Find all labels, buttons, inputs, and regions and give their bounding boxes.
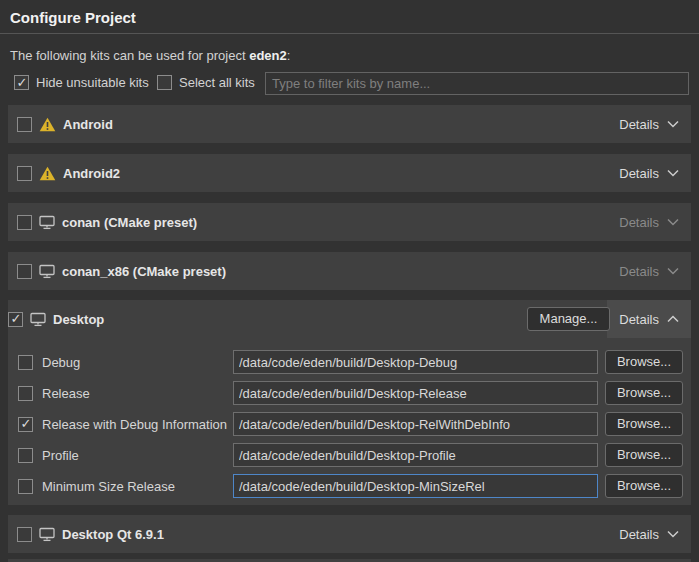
select-all-kits-checkbox[interactable] [157, 75, 172, 90]
kit-row-desktop-qt-691: Desktop Qt 6.9.1 Details [8, 515, 691, 553]
build-config-checkbox-release[interactable] [18, 386, 33, 401]
details-button-desktop[interactable]: Details [607, 300, 691, 338]
details-label: Details [619, 117, 659, 132]
kit-row-conan-x86: conan_x86 (CMake preset) Details [8, 252, 691, 290]
kit-checkbox-conan[interactable] [17, 215, 32, 230]
kit-row-android: Android Details [8, 105, 691, 143]
browse-button-minsizerel[interactable]: Browse... [605, 474, 683, 498]
hide-unsuitable-kits-checkbox[interactable] [14, 75, 29, 90]
details-button-conan-x86: Details [607, 252, 691, 290]
build-config-label: Profile [42, 448, 79, 463]
build-config-checkbox-debug[interactable] [18, 355, 33, 370]
kit-checkbox-desktop-qt-691[interactable] [17, 527, 32, 542]
hide-unsuitable-kits-label: Hide unsuitable kits [36, 75, 149, 90]
hide-unsuitable-kits-control[interactable]: Hide unsuitable kits [14, 75, 149, 90]
desktop-monitor-icon [39, 264, 55, 279]
manage-kits-button[interactable]: Manage... [527, 307, 610, 331]
kit-checkbox-conan-x86[interactable] [17, 264, 32, 279]
browse-button-profile[interactable]: Browse... [605, 443, 683, 467]
details-label: Details [619, 527, 659, 542]
kit-name: Desktop Qt 6.9.1 [62, 527, 164, 542]
build-config-row-release: Release Browse... [8, 381, 691, 405]
select-all-kits-label: Select all kits [179, 75, 255, 90]
build-dir-input-debug[interactable] [233, 350, 598, 374]
desktop-monitor-icon [39, 215, 55, 230]
select-all-kits-control[interactable]: Select all kits [157, 75, 255, 90]
chevron-down-icon [667, 120, 679, 128]
chevron-down-icon [667, 218, 679, 226]
kit-name: conan (CMake preset) [62, 215, 197, 230]
details-button-conan: Details [607, 203, 691, 241]
kit-checkbox-desktop[interactable] [8, 312, 23, 327]
kit-row-android2: Android2 Details [8, 154, 691, 192]
build-config-row-debug: Debug Browse... [8, 350, 691, 374]
build-dir-input-profile[interactable] [233, 443, 598, 467]
chevron-up-icon [667, 315, 679, 323]
details-label: Details [619, 166, 659, 181]
details-label: Details [619, 215, 659, 230]
warning-icon [39, 117, 56, 132]
browse-button-relwithdebinfo[interactable]: Browse... [605, 412, 683, 436]
build-config-row-relwithdebinfo: Release with Debug Information Browse... [8, 412, 691, 436]
kit-checkbox-android[interactable] [17, 117, 32, 132]
desktop-monitor-icon [30, 312, 46, 327]
kit-name: Android [63, 117, 113, 132]
title-separator [0, 33, 699, 34]
kit-panel-desktop: Desktop Manage... Details Debug Browse..… [8, 300, 691, 505]
browse-button-release[interactable]: Browse... [605, 381, 683, 405]
desktop-monitor-icon [39, 527, 55, 542]
build-config-label: Release [42, 386, 90, 401]
chevron-down-icon [667, 267, 679, 275]
build-config-label: Release with Debug Information [42, 417, 227, 432]
subtitle-colon: : [287, 48, 291, 63]
configure-project-page: Configure Project The following kits can… [0, 0, 699, 562]
build-config-row-profile: Profile Browse... [8, 443, 691, 467]
kit-checkbox-android2[interactable] [17, 166, 32, 181]
subtitle-text: The following kits can be used for proje… [10, 48, 249, 63]
kit-filter-input[interactable] [265, 72, 689, 95]
build-dir-input-release[interactable] [233, 381, 598, 405]
details-button-android2[interactable]: Details [607, 154, 691, 192]
build-config-row-minsizerel: Minimum Size Release Browse... [8, 474, 691, 498]
build-config-checkbox-minsizerel[interactable] [18, 479, 33, 494]
kit-row-desktop: Desktop Manage... Details [8, 300, 691, 338]
kits-description: The following kits can be used for proje… [10, 48, 290, 63]
kit-name: Android2 [63, 166, 120, 181]
browse-button-debug[interactable]: Browse... [605, 350, 683, 374]
build-config-label: Debug [42, 355, 80, 370]
kit-name: conan_x86 (CMake preset) [62, 264, 226, 279]
details-label: Details [619, 312, 659, 327]
details-label: Details [619, 264, 659, 279]
details-button-android[interactable]: Details [607, 105, 691, 143]
build-dir-input-minsizerel[interactable] [233, 474, 598, 498]
build-config-checkbox-relwithdebinfo[interactable] [18, 417, 33, 432]
chevron-down-icon [667, 530, 679, 538]
kit-name: Desktop [53, 312, 104, 327]
project-name: eden2 [249, 48, 287, 63]
build-dir-input-relwithdebinfo[interactable] [233, 412, 598, 436]
details-button-desktop-qt-691[interactable]: Details [607, 515, 691, 553]
chevron-down-icon [667, 169, 679, 177]
build-config-label: Minimum Size Release [42, 479, 175, 494]
page-title: Configure Project [10, 9, 136, 26]
kit-row-conan: conan (CMake preset) Details [8, 203, 691, 241]
warning-icon [39, 166, 56, 181]
build-config-checkbox-profile[interactable] [18, 448, 33, 463]
